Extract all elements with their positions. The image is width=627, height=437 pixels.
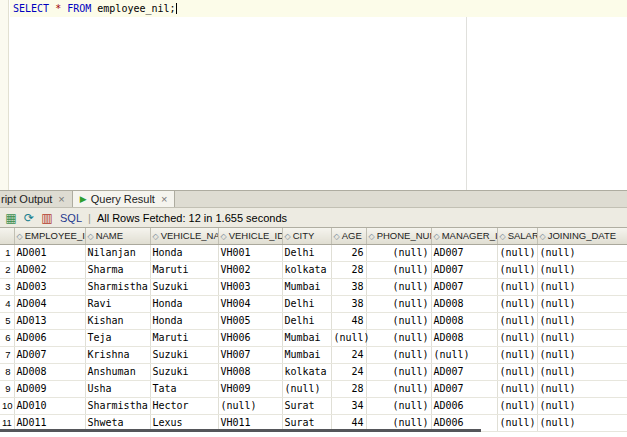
cell-salary[interactable]: (null) — [497, 278, 537, 295]
cell-age[interactable]: 34 — [331, 397, 366, 414]
tab-close-icon[interactable]: × — [161, 193, 167, 205]
cell-age[interactable]: 24 — [331, 346, 366, 363]
cell-name[interactable]: Teja — [85, 329, 150, 346]
cell-name[interactable]: Krishna — [85, 346, 150, 363]
result-grid[interactable]: ◇EMPLOYEE_ID◇NAME◇VEHICLE_NAME◇VEHICLE_I… — [0, 228, 627, 437]
cell-name[interactable]: Sharmistha — [85, 397, 150, 414]
cell-joining_date[interactable]: (null) — [537, 312, 627, 329]
cell-employee_id[interactable]: AD003 — [14, 278, 85, 295]
cell-manager_id[interactable]: AD008 — [431, 295, 497, 312]
cell-age[interactable]: (null) — [331, 329, 366, 346]
cell-employee_id[interactable]: AD013 — [14, 312, 85, 329]
cell-manager_id[interactable]: AD007 — [431, 278, 497, 295]
cell-age[interactable]: 26 — [331, 244, 366, 261]
cell-salary[interactable]: (null) — [497, 397, 537, 414]
cell-phone_num[interactable]: (null) — [366, 397, 431, 414]
cell-salary[interactable]: (null) — [497, 244, 537, 261]
column-header-employee_id[interactable]: ◇EMPLOYEE_ID — [14, 228, 85, 244]
cell-joining_date[interactable]: (null) — [537, 363, 627, 380]
cell-salary[interactable]: (null) — [497, 414, 537, 431]
cell-joining_date[interactable]: (null) — [537, 397, 627, 414]
cell-joining_date[interactable]: (null) — [537, 346, 627, 363]
cell-age[interactable]: 48 — [331, 312, 366, 329]
cell-vehicle_id[interactable]: (null) — [218, 397, 282, 414]
table-row[interactable]: 2AD002SharmaMarutiVH002kolkata28(null)AD… — [0, 261, 627, 278]
cell-city[interactable]: (null) — [282, 380, 331, 397]
table-row[interactable]: 7AD007KrishnaSuzukiVH007Mumbai24(null)(n… — [0, 346, 627, 363]
cell-joining_date[interactable]: (null) — [537, 261, 627, 278]
cell-joining_date[interactable]: (null) — [537, 278, 627, 295]
cell-age[interactable]: 24 — [331, 363, 366, 380]
cell-salary[interactable]: (null) — [497, 380, 537, 397]
cell-city[interactable]: Mumbai — [282, 329, 331, 346]
cell-manager_id[interactable]: AD007 — [431, 363, 497, 380]
cell-vehicle_name[interactable]: Maruti — [150, 329, 218, 346]
column-header-vehicle_id[interactable]: ◇VEHICLE_ID — [218, 228, 282, 244]
cell-vehicle_name[interactable]: Hector — [150, 397, 218, 414]
cell-employee_id[interactable]: AD004 — [14, 295, 85, 312]
cell-vehicle_name[interactable]: Honda — [150, 312, 218, 329]
cell-employee_id[interactable]: AD006 — [14, 329, 85, 346]
cell-city[interactable]: Surat — [282, 397, 331, 414]
cell-salary[interactable]: (null) — [497, 312, 537, 329]
cell-employee_id[interactable]: AD007 — [14, 346, 85, 363]
table-row[interactable]: 3AD003SharmisthaSuzukiVH003Mumbai38(null… — [0, 278, 627, 295]
cell-phone_num[interactable]: (null) — [366, 380, 431, 397]
cell-joining_date[interactable]: (null) — [537, 329, 627, 346]
cell-phone_num[interactable]: (null) — [366, 329, 431, 346]
table-row[interactable]: 4AD004RaviHondaVH004Delhi38(null)AD008(n… — [0, 295, 627, 312]
cell-vehicle_id[interactable]: VH007 — [218, 346, 282, 363]
cell-vehicle_name[interactable]: Tata — [150, 380, 218, 397]
cell-vehicle_name[interactable]: Honda — [150, 244, 218, 261]
cell-vehicle_id[interactable]: VH001 — [218, 244, 282, 261]
cell-phone_num[interactable]: (null) — [366, 312, 431, 329]
cell-employee_id[interactable]: AD009 — [14, 380, 85, 397]
table-row[interactable]: 10AD010SharmisthaHector(null)Surat34(nul… — [0, 397, 627, 414]
cell-city[interactable]: Delhi — [282, 295, 331, 312]
cell-salary[interactable]: (null) — [497, 295, 537, 312]
sql-worksheet-editor[interactable]: SELECT * FROM employee_nil; — [0, 0, 627, 190]
column-header-name[interactable]: ◇NAME — [85, 228, 150, 244]
cell-vehicle_name[interactable]: Honda — [150, 295, 218, 312]
cell-manager_id[interactable]: (null) — [431, 346, 497, 363]
sql-query-line[interactable]: SELECT * FROM employee_nil; — [13, 2, 177, 16]
cell-city[interactable]: kolkata — [282, 261, 331, 278]
cell-vehicle_name[interactable]: Suzuki — [150, 363, 218, 380]
grid-pin-icon[interactable]: ▦ — [4, 211, 18, 225]
cell-manager_id[interactable]: AD006 — [431, 397, 497, 414]
table-row[interactable]: 9AD009UshaTataVH009(null)28(null)AD007(n… — [0, 380, 627, 397]
column-header-age[interactable]: ◇AGE — [331, 228, 366, 244]
cell-salary[interactable]: (null) — [497, 261, 537, 278]
column-header-salary[interactable]: ◇SALARY — [497, 228, 537, 244]
tab-ript-output[interactable]: ript Output× — [0, 191, 73, 207]
cell-joining_date[interactable]: (null) — [537, 380, 627, 397]
column-header-phone_num[interactable]: ◇PHONE_NUM — [366, 228, 431, 244]
table-row[interactable]: 1AD001NilanjanHondaVH001Delhi26(null)AD0… — [0, 244, 627, 261]
table-row[interactable]: 6AD006TejaMarutiVH006Mumbai(null)(null)A… — [0, 329, 627, 346]
cell-salary[interactable]: (null) — [497, 363, 537, 380]
cell-vehicle_id[interactable]: VH002 — [218, 261, 282, 278]
cell-age[interactable]: 38 — [331, 278, 366, 295]
cell-vehicle_id[interactable]: VH003 — [218, 278, 282, 295]
cell-name[interactable]: Kishan — [85, 312, 150, 329]
cell-city[interactable]: Mumbai — [282, 278, 331, 295]
cell-manager_id[interactable]: AD008 — [431, 329, 497, 346]
cell-city[interactable]: Mumbai — [282, 346, 331, 363]
cell-vehicle_name[interactable]: Maruti — [150, 261, 218, 278]
cell-age[interactable]: 38 — [331, 295, 366, 312]
cell-name[interactable]: Usha — [85, 380, 150, 397]
table-row[interactable]: 5AD013KishanHondaVH005Delhi48(null)AD008… — [0, 312, 627, 329]
cell-manager_id[interactable]: AD007 — [431, 380, 497, 397]
cell-manager_id[interactable]: AD008 — [431, 312, 497, 329]
tab-close-icon[interactable]: × — [58, 193, 64, 205]
cell-name[interactable]: Sharma — [85, 261, 150, 278]
sql-link[interactable]: SQL — [60, 212, 82, 224]
cell-vehicle_name[interactable]: Suzuki — [150, 278, 218, 295]
cell-vehicle_name[interactable]: Suzuki — [150, 346, 218, 363]
tab-query-result[interactable]: ▶Query Result× — [73, 191, 176, 207]
cell-vehicle_id[interactable]: VH004 — [218, 295, 282, 312]
cell-salary[interactable]: (null) — [497, 346, 537, 363]
cell-phone_num[interactable]: (null) — [366, 278, 431, 295]
column-header-joining_date[interactable]: ◇JOINING_DATE — [537, 228, 627, 244]
cell-manager_id[interactable]: AD007 — [431, 261, 497, 278]
